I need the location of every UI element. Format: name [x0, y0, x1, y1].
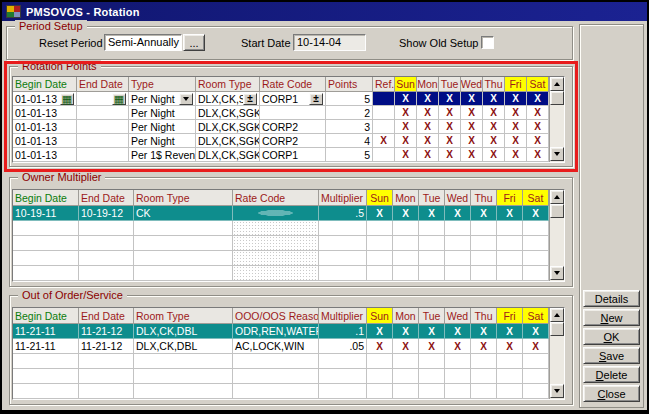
day-cell-fri[interactable]: X: [505, 106, 527, 120]
day-cell-sat[interactable]: X: [523, 324, 549, 339]
day-cell-sat[interactable]: X: [523, 206, 549, 221]
end-date-cell[interactable]: [77, 134, 129, 148]
day-cell-sat[interactable]: X: [527, 120, 549, 134]
owner-scroll-down-icon[interactable]: [550, 266, 564, 280]
ooo-room-type-cell[interactable]: DLX,CK,DBL: [134, 324, 233, 339]
owner-begin-date-cell[interactable]: 10-19-11: [13, 206, 79, 221]
room-type-cell[interactable]: DLX,CK,SGK,KC: [196, 106, 260, 120]
titlebar[interactable]: PMSOVOS - Rotation: [2, 2, 647, 21]
reset-period-browse-button[interactable]: ...: [183, 34, 205, 51]
day-cell-mon[interactable]: X: [393, 206, 419, 221]
rate-code-cell[interactable]: CORP1: [260, 148, 326, 162]
day-cell-fri[interactable]: X: [505, 134, 527, 148]
day-cell-sun[interactable]: X: [367, 206, 393, 221]
rate-code-cell[interactable]: [260, 106, 326, 120]
points-cell[interactable]: 2: [326, 106, 373, 120]
ooo-row[interactable]: 11-21-1111-21-12DLX,CK,DBLAC,LOCK,WIN.05…: [13, 339, 564, 354]
day-cell-mon[interactable]: X: [393, 339, 419, 354]
rate-code-lov-button[interactable]: ±: [309, 93, 323, 105]
day-cell-wed[interactable]: X: [445, 339, 471, 354]
ooo-multiplier-cell[interactable]: .05: [319, 339, 367, 354]
show-old-setup-checkbox[interactable]: [481, 36, 494, 49]
day-cell-mon[interactable]: X: [417, 92, 439, 106]
owner-scrollbar[interactable]: [549, 190, 564, 281]
points-cell[interactable]: 5: [326, 92, 373, 106]
points-cell[interactable]: 5: [326, 148, 373, 162]
day-cell-tue[interactable]: X: [439, 120, 461, 134]
room-type-lov-button[interactable]: ±: [243, 93, 257, 105]
type-cell[interactable]: Per 1$ Revenu: [129, 148, 196, 162]
end-date-calendar-button[interactable]: ▦: [112, 93, 126, 105]
owner-scroll-thumb[interactable]: [550, 204, 564, 218]
ooo-begin-date-cell[interactable]: 11-21-11: [13, 339, 79, 354]
details-button[interactable]: Details: [583, 290, 640, 307]
day-cell-thu[interactable]: X: [471, 206, 497, 221]
owner-end-date-cell[interactable]: 10-19-12: [79, 206, 134, 221]
end-date-cell[interactable]: [77, 120, 129, 134]
day-cell-wed[interactable]: X: [445, 324, 471, 339]
ok-button[interactable]: OK: [583, 328, 640, 345]
points-cell[interactable]: 4: [326, 134, 373, 148]
day-cell-mon[interactable]: X: [417, 120, 439, 134]
points-cell[interactable]: 3: [326, 120, 373, 134]
owner-scroll-up-icon[interactable]: [550, 190, 564, 204]
day-cell-sat[interactable]: X: [527, 134, 549, 148]
rotation-scrollbar[interactable]: [549, 77, 564, 162]
rate-code-cell[interactable]: CORP2: [260, 120, 326, 134]
day-cell-fri[interactable]: X: [497, 324, 523, 339]
save-button[interactable]: Save: [583, 347, 640, 364]
day-cell-tue[interactable]: X: [439, 134, 461, 148]
day-cell-sat[interactable]: X: [527, 148, 549, 162]
begin-date-cell[interactable]: 01-01-13: [13, 148, 77, 162]
owner-room-type-cell[interactable]: CK: [134, 206, 233, 221]
end-date-cell[interactable]: ▦: [77, 92, 129, 106]
ooo-scrollbar[interactable]: [549, 308, 564, 399]
rate-code-cell[interactable]: CORP2: [260, 134, 326, 148]
day-cell-sun[interactable]: X: [395, 92, 417, 106]
ooo-multiplier-cell[interactable]: .1: [319, 324, 367, 339]
day-cell-fri[interactable]: X: [505, 148, 527, 162]
ref-cell[interactable]: [373, 106, 395, 120]
day-cell-mon[interactable]: X: [417, 134, 439, 148]
day-cell-fri[interactable]: X: [497, 339, 523, 354]
ooo-room-type-cell[interactable]: DLX,CK,DBL: [134, 339, 233, 354]
rotation-scroll-up-icon[interactable]: [550, 77, 564, 91]
ooo-end-date-cell[interactable]: 11-21-12: [79, 339, 134, 354]
ooo-begin-date-cell[interactable]: 11-21-11: [13, 324, 79, 339]
room-type-cell[interactable]: DLX,CK,SGK,KC: [196, 134, 260, 148]
rotation-row[interactable]: 01-01-13Per NightDLX,CK,SGK,KCCORP24XXXX…: [13, 134, 564, 148]
type-cell[interactable]: Per Night: [129, 106, 196, 120]
type-dropdown-button[interactable]: [179, 93, 193, 105]
rotation-scroll-thumb[interactable]: [550, 91, 564, 105]
begin-date-cell[interactable]: 01-01-13▦: [13, 92, 77, 106]
day-cell-wed[interactable]: X: [461, 92, 483, 106]
end-date-cell[interactable]: [77, 106, 129, 120]
day-cell-mon[interactable]: X: [417, 106, 439, 120]
new-button[interactable]: New: [583, 309, 640, 326]
ooo-scroll-up-icon[interactable]: [550, 308, 564, 322]
day-cell-tue[interactable]: X: [419, 206, 445, 221]
day-cell-tue[interactable]: X: [439, 148, 461, 162]
ooo-scroll-thumb[interactable]: [550, 322, 564, 336]
begin-date-cell[interactable]: 01-01-13: [13, 134, 77, 148]
day-cell-tue[interactable]: X: [419, 339, 445, 354]
day-cell-thu[interactable]: X: [471, 324, 497, 339]
ooo-reason-cell[interactable]: AC,LOCK,WIN: [233, 339, 319, 354]
day-cell-thu[interactable]: X: [483, 106, 505, 120]
day-cell-sun[interactable]: X: [395, 120, 417, 134]
day-cell-thu[interactable]: X: [471, 339, 497, 354]
day-cell-sat[interactable]: X: [527, 106, 549, 120]
day-cell-sun[interactable]: X: [395, 148, 417, 162]
day-cell-wed[interactable]: X: [445, 206, 471, 221]
owner-rate-code-cell[interactable]: [233, 206, 319, 221]
day-cell-mon[interactable]: X: [393, 324, 419, 339]
day-cell-sat[interactable]: X: [527, 92, 549, 106]
ooo-end-date-cell[interactable]: 11-21-12: [79, 324, 134, 339]
rotation-row[interactable]: 01-01-13Per NightDLX,CK,SGK,KCCORP23XXXX…: [13, 120, 564, 134]
begin-date-cell[interactable]: 01-01-13: [13, 120, 77, 134]
day-cell-wed[interactable]: X: [461, 106, 483, 120]
day-cell-thu[interactable]: X: [483, 134, 505, 148]
reset-period-field[interactable]: Semi-Annually: [104, 34, 182, 51]
type-cell[interactable]: Per Night: [129, 120, 196, 134]
delete-button[interactable]: Delete: [583, 366, 640, 383]
